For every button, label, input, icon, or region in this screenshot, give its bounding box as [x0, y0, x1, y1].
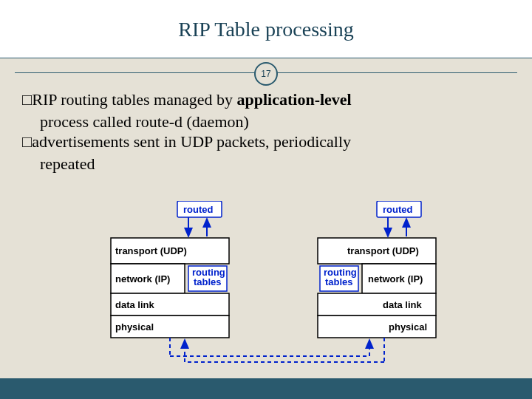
bullet-glyph: □: [22, 90, 32, 109]
page-number-badge: 17: [254, 62, 278, 86]
right-routed-label: routed: [383, 204, 413, 215]
number-divider: 17: [0, 58, 532, 87]
left-physical-label: physical: [115, 321, 154, 332]
header: RIP Table processing: [0, 0, 532, 58]
bullet-1-text-bold: application-level: [237, 90, 352, 109]
bullet-2-continuation: repeated: [40, 154, 510, 174]
left-tables-label-2: tables: [194, 276, 222, 287]
layer-diagram: transport (UDP) network (IP) routing tab…: [103, 201, 443, 374]
left-network-label: network (IP): [115, 273, 170, 284]
right-physical-label: physical: [389, 321, 427, 332]
left-datalink-label: data link: [115, 299, 155, 310]
right-tables-label-2: tables: [325, 276, 353, 287]
bullet-1-continuation: process called route-d (daemon): [40, 112, 510, 132]
slide-title: RIP Table processing: [0, 0, 532, 41]
bullet-1: □RIP routing tables managed by applicati…: [22, 89, 510, 110]
bullet-glyph: □: [22, 132, 32, 151]
bullet-2: □advertisements sent in UDP packets, per…: [22, 132, 510, 152]
left-transport-label: transport (UDP): [115, 245, 187, 256]
right-datalink-label: data link: [383, 299, 423, 310]
bullet-2-text: advertisements sent in UDP packets, peri…: [32, 132, 351, 151]
slide: RIP Table processing 17 □RIP routing tab…: [0, 0, 532, 399]
left-routed-label: routed: [183, 204, 214, 215]
footer-bar: [0, 378, 532, 399]
diagram-svg: transport (UDP) network (IP) routing tab…: [103, 201, 443, 371]
right-network-label: network (IP): [368, 273, 423, 284]
right-transport-label: transport (UDP): [347, 245, 419, 256]
bullet-1-text-pre: RIP routing tables managed by: [32, 90, 236, 109]
